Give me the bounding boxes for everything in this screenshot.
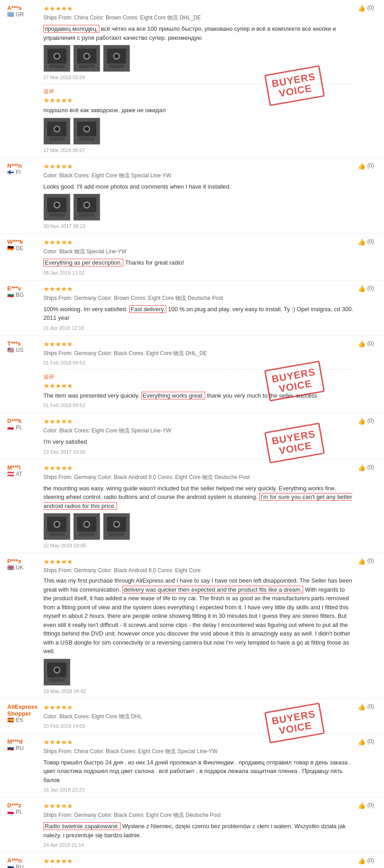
review-text: Товар пришёл быстро 24 дня . из них 14 д…	[43, 758, 354, 785]
star-rating: ★★★★★	[43, 238, 354, 247]
buyers-voice-stamp: BUYERSVOICE	[265, 423, 340, 461]
review-images	[43, 659, 354, 686]
sub-review-date: 01 Feb 2018 09:53	[43, 403, 354, 408]
review-date: 19 May 2018 04:42	[43, 688, 354, 694]
review-text-content: the mounting was easy. wiring guide wasn…	[43, 485, 352, 510]
review-body: ★★★★★ Ships From: Germany Color: Black A…	[43, 558, 354, 694]
reviewer-info: D***k 🇵🇱 PL	[7, 417, 43, 431]
thumbup-icon[interactable]: 👍	[358, 417, 365, 425]
svg-rect-7	[79, 65, 95, 68]
reviewer-country: 🇬🇧 UK	[7, 564, 43, 571]
flag-icon: 🇩🇪	[7, 245, 14, 251]
review-date: 22 May 2018 10:05	[43, 543, 354, 548]
review-block: D***z 🇵🇱 PL ★★★★★ Ships From: Germany Co…	[0, 797, 384, 853]
svg-rect-32	[79, 213, 95, 217]
review-thumbnail[interactable]	[43, 45, 70, 72]
like-section: 👍 (0)	[354, 417, 377, 425]
review-date: 08 Jan 2018 11:02	[43, 270, 354, 275]
svg-point-4	[55, 54, 59, 58]
reviewer-country: 🇪🇸 ES	[7, 717, 43, 723]
flag-icon: 🇵🇱	[7, 424, 14, 431]
thumbup-icon[interactable]: 👍	[358, 738, 365, 745]
reviewer-country: 🇷🇺 RU	[7, 745, 43, 751]
svg-rect-2	[49, 65, 65, 68]
review-thumbnail[interactable]	[73, 194, 100, 221]
review-thumbnail[interactable]	[43, 194, 70, 221]
review-text-content: Everything as per description. Thanks fo…	[43, 259, 184, 266]
review-meta: Ships From: Germany Color: Black Cores: …	[43, 811, 354, 819]
buyers-voice-stamp: BUYERSVOICE	[265, 361, 340, 399]
reviewer-info: P***s 🇬🇧 UK	[7, 558, 43, 571]
reviewer-name: P***s	[7, 558, 43, 564]
star-rating: ★★★★★	[43, 738, 354, 746]
reviewer-info: D***z 🇵🇱 PL	[7, 802, 43, 815]
svg-rect-12	[109, 65, 125, 68]
review-date: 21 Apr 2018 12:18	[43, 325, 354, 331]
star-rating: ★★★★★	[43, 464, 354, 472]
like-section: 👍 (0)	[354, 340, 377, 347]
like-count: (0)	[367, 464, 374, 470]
review-thumbnail[interactable]	[73, 118, 100, 145]
svg-rect-22	[79, 137, 95, 141]
review-block: N***n 🇫🇮 FI ★★★★★ Color: Black Cores: Ei…	[0, 158, 384, 234]
svg-rect-37	[49, 533, 65, 536]
review-thumbnail[interactable]	[43, 513, 70, 540]
svg-point-44	[84, 522, 89, 526]
reviewer-country: 🇷🇺 RU	[7, 864, 43, 868]
star-rating: ★★★★★	[43, 340, 354, 348]
reviewer-name: N***n	[7, 162, 43, 169]
review-body: ★★★★★ Color: Black 物流 Special Line-YW Ev…	[43, 238, 354, 275]
review-thumbnail[interactable]	[103, 513, 130, 540]
review-thumbnail[interactable]	[73, 513, 100, 540]
review-thumbnail[interactable]	[43, 118, 70, 145]
thumbup-icon[interactable]: 👍	[358, 558, 365, 565]
thumbup-icon[interactable]: 👍	[358, 285, 365, 292]
svg-point-9	[84, 54, 89, 58]
reviewer-country: 🇺🇸 US	[7, 347, 43, 353]
svg-rect-27	[49, 213, 65, 217]
like-count: (0)	[367, 340, 374, 346]
reviewer-country: 🇩🇪 DE	[7, 245, 43, 251]
thumbup-icon[interactable]: 👍	[358, 5, 365, 12]
star-rating: ★★★★★	[43, 802, 354, 810]
thumbup-icon[interactable]: 👍	[358, 162, 365, 170]
flag-icon: 🇧🇬	[7, 292, 14, 298]
thumbup-icon[interactable]: 👍	[358, 340, 365, 347]
like-count: (0)	[367, 162, 374, 169]
review-block: A***s 🇬🇷 GR ★★★★★ Ships From: China Colo…	[0, 0, 384, 158]
reviewer-info: A***s 🇬🇷 GR	[7, 5, 43, 18]
sub-review-date: 17 Mar 2018 06:07	[43, 147, 354, 153]
flag-icon: 🇺🇸	[7, 347, 14, 353]
star-rating: ★★★★★	[43, 162, 354, 171]
thumbup-icon[interactable]: 👍	[358, 802, 365, 809]
thumbup-icon[interactable]: 👍	[358, 703, 365, 711]
review-meta: Ships From: Germany Color: Black Cores: …	[43, 350, 354, 357]
svg-point-19	[55, 127, 59, 131]
review-block: M***l 🇦🇹 AT ★★★★★ Ships From: Germany Co…	[0, 460, 384, 554]
review-block: A***n 🇷🇺 RU ★★★★★ 物流 Special Line-YW тов…	[0, 853, 384, 868]
review-body: ★★★★★ Ships From: Germany Color: Black C…	[43, 802, 354, 848]
thumbup-icon[interactable]: 👍	[358, 238, 365, 246]
reviewer-country: 🇵🇱 PL	[7, 809, 43, 815]
buyers-voice-stamp: BUYERSVOICE	[265, 66, 340, 104]
review-thumbnail[interactable]	[103, 45, 130, 72]
thumbup-icon[interactable]: 👍	[358, 464, 365, 471]
review-meta: Ships From: Germany Color: Brown Cores: …	[43, 294, 354, 302]
review-text-content: 100% working. Im very satisfied. Fast de…	[43, 305, 353, 322]
review-thumbnail[interactable]	[43, 659, 70, 686]
highlighted-phrase: продавец молодец,	[43, 25, 99, 33]
svg-point-39	[55, 522, 59, 526]
reviewer-name: M***d	[7, 738, 43, 745]
like-count: (0)	[367, 703, 374, 710]
review-meta: Color: Black 物流 Special Line-YW	[43, 248, 354, 256]
flag-icon: 🇪🇸	[7, 717, 14, 723]
reviewer-country: 🇧🇬 BG	[7, 292, 43, 298]
reviewer-name: A***n	[7, 857, 43, 864]
flag-icon: 🇬🇧	[7, 564, 14, 571]
country-code: PL	[16, 424, 23, 431]
thumbup-icon[interactable]: 👍	[358, 857, 365, 864]
review-text-content: I'm very satisfied	[43, 438, 87, 445]
review-thumbnail[interactable]	[73, 45, 100, 72]
review-meta: Color: Black Cores: Eight Core 物流 Specia…	[43, 172, 354, 180]
review-text-content: This was my first purchase through AliEx…	[43, 577, 352, 655]
